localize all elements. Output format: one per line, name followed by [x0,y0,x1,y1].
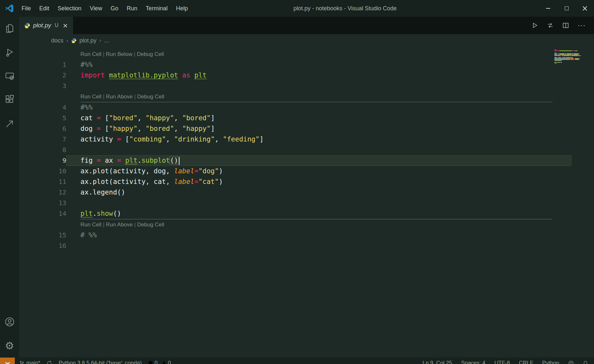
line-number[interactable]: 13 [19,198,66,208]
code-token: as [182,71,190,79]
codelens-link[interactable]: Run Cell [80,222,101,228]
line-number[interactable]: 6 [19,123,66,134]
git-branch-item[interactable]: main* [19,360,40,364]
code-token [105,71,109,79]
menu-go[interactable]: Go [107,0,123,17]
text-cursor [179,157,180,165]
run-arrow-icon[interactable] [0,112,19,136]
line-number[interactable]: 15 [19,230,66,241]
accounts-icon[interactable] [0,310,19,334]
code-line[interactable]: 14plt.show() [19,208,594,219]
codelens-link[interactable]: Run Above [106,94,133,100]
code-token: , [166,135,174,143]
python-interpreter-item[interactable]: Python 3.8.5 64-bit ('base': conda) [59,360,142,364]
minimize-button[interactable] [539,0,557,17]
code-token: "happy" [109,125,138,132]
codelens-link[interactable]: Run Cell [80,94,101,100]
notifications-bell-icon[interactable] [583,360,588,364]
line-number[interactable]: 11 [19,177,66,187]
close-button[interactable]: × [576,0,594,17]
code-line[interactable]: 4#%% [19,102,594,113]
git-untracked-badge: U [55,23,59,28]
extensions-icon[interactable] [0,88,19,112]
explorer-icon[interactable] [0,17,19,41]
code-line-current[interactable]: 9fig = ax = plt.subplot() [19,155,594,166]
run-and-debug-icon[interactable] [0,41,19,64]
line-number[interactable]: 9 [19,155,66,166]
indentation-item[interactable]: Spaces: 4 [461,360,486,364]
vscode-window: File Edit Selection View Go Run Terminal… [0,0,594,364]
codelens-link[interactable]: Run Below [106,51,132,57]
line-number[interactable]: 3 [19,81,66,91]
menu-help[interactable]: Help [172,0,192,17]
code-token: = [117,135,121,143]
remote-indicator[interactable]: >< [0,358,15,364]
code-line[interactable]: 13 [19,198,594,208]
maximize-button[interactable] [557,0,576,17]
line-number[interactable]: 16 [19,241,66,251]
open-changes-icon[interactable] [547,22,554,29]
code-editor[interactable]: Run Cell | Run Below | Debug Cell1#%%2im… [19,47,594,251]
code-line[interactable]: 3 [19,81,594,91]
codelens-link[interactable]: Run Cell [80,51,101,57]
code-line[interactable]: 8 [19,145,594,155]
minimap[interactable] [554,50,583,65]
line-number[interactable]: 8 [19,145,66,155]
vscode-logo-icon[interactable] [5,4,14,13]
code-line[interactable]: 5cat = ["bored", "happy", "bored"] [19,113,594,123]
code-line[interactable]: 12ax.legend() [19,187,594,198]
split-editor-icon[interactable] [562,22,569,29]
breadcrumb-folder[interactable]: docs [51,37,63,44]
line-number[interactable]: 7 [19,134,66,145]
menu-terminal[interactable]: Terminal [142,0,172,17]
code-line[interactable]: 2import matplotlib.pyplot as plt [19,70,594,81]
eol-item[interactable]: CRLF [519,360,533,364]
breadcrumb-file[interactable]: plot.py [79,37,97,44]
line-number[interactable]: 10 [19,166,66,177]
sync-changes-button[interactable] [47,360,52,364]
code-line[interactable]: 16 [19,241,594,251]
remote-explorer-icon[interactable] [0,64,19,88]
window-controls: × [539,0,594,17]
code-line[interactable]: 1#%% [19,59,594,70]
code-line[interactable]: 7activity = ["combing", "drinking", "fee… [19,134,594,145]
code-token: = [97,114,101,122]
menu-file[interactable]: File [17,0,35,17]
more-actions-icon[interactable]: ··· [578,21,586,30]
codelens-link[interactable]: Debug Cell [137,222,164,228]
interpreter-label: Python 3.8.5 64-bit ('base': conda) [59,360,142,364]
code-token: "bored" [182,114,211,122]
codelens-link[interactable]: Debug Cell [137,51,164,57]
line-number[interactable]: 1 [19,59,66,70]
encoding-item[interactable]: UTF-8 [494,360,510,364]
code-area: Run Cell | Run Below | Debug Cell1#%%2im… [19,49,594,251]
codelens-link[interactable]: Debug Cell [137,94,164,100]
code-token: dog [80,125,97,132]
menu-run[interactable]: Run [123,0,142,17]
language-mode-item[interactable]: Python [542,360,559,364]
line-number[interactable]: 12 [19,187,66,198]
menu-view[interactable]: View [86,0,107,17]
status-bar-left: main* Python 3.8.5 64-bit ('base': conda… [15,360,171,364]
menu-selection[interactable]: Selection [53,0,86,17]
run-python-file-button[interactable] [531,22,538,29]
code-token: import [80,71,105,79]
line-number[interactable]: 4 [19,102,66,113]
code-line[interactable]: 15# %% [19,230,594,241]
tab-plot-py[interactable]: plot.py U × [19,17,73,34]
settings-gear-icon[interactable]: ⚙ [0,334,19,358]
cursor-position-item[interactable]: Ln 9, Col 25 [422,360,452,364]
code-token: = [97,125,101,132]
line-number[interactable]: 5 [19,113,66,123]
codelens-link[interactable]: Run Above [106,222,133,228]
feedback-smiley-icon[interactable] [568,360,574,364]
line-number[interactable]: 2 [19,70,66,81]
tab-close-icon[interactable]: × [63,22,68,29]
code-line[interactable]: 10ax.plot(activity, dog, label="dog") [19,166,594,177]
breadcrumb-symbol[interactable]: ... [104,37,109,44]
problems-item[interactable]: 0 0 [148,360,171,364]
menu-edit[interactable]: Edit [35,0,53,17]
code-line[interactable]: 6dog = ["happy", "bored", "happy"] [19,123,594,134]
line-number[interactable]: 14 [19,208,66,219]
code-line[interactable]: 11ax.plot(activity, cat, label="cat") [19,177,594,187]
